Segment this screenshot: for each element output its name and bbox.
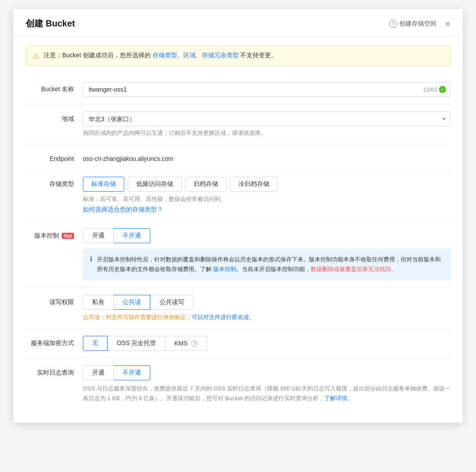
bucket-name-control: 13/63 ✓ bbox=[83, 82, 450, 97]
read-write-public-read-button[interactable]: 公共读 bbox=[114, 295, 150, 310]
versioning-btn-group: 开通 不开通 bbox=[83, 228, 450, 243]
help-icon: ? bbox=[389, 20, 397, 28]
realtime-log-close-button[interactable]: 不开通 bbox=[114, 365, 150, 380]
versioning-open-button[interactable]: 开通 bbox=[83, 228, 114, 243]
bucket-name-input[interactable] bbox=[83, 82, 450, 97]
check-icon: ✓ bbox=[439, 86, 446, 93]
endpoint-row: Endpoint oss-cn-zhangjiakou.aliyuncs.com bbox=[26, 145, 450, 169]
storage-type-archive-button[interactable]: 归档存储 bbox=[185, 177, 227, 192]
versioning-control: 开通 不开通 ℹ 开启版本控制特性后，针对数据的覆盖和删除操作将会以历史版本的形… bbox=[83, 228, 450, 280]
read-write-row: 读写权限 私有 公共读 公共读写 公共读：对文件写操作需要进行身份验证；可以对文… bbox=[26, 288, 450, 328]
realtime-log-row: 实时日志查询 开通 不开通 OSS 与日志服务深度结合，免费提供最近 7 天内的… bbox=[26, 358, 450, 410]
read-write-btn-group: 私有 公共读 公共读写 bbox=[83, 295, 450, 310]
read-write-public-readwrite-button[interactable]: 公共读写 bbox=[150, 295, 193, 310]
region-label: 地域 bbox=[26, 111, 83, 123]
storage-type-hint: 标准：高可靠、高可用、高性能，数据会经常被访问到。 bbox=[83, 195, 450, 203]
storage-type-cold-archive-button[interactable]: 冷归档存储 bbox=[230, 177, 278, 192]
versioning-warning: 数据删除或被覆盖后将无法找回。 bbox=[311, 266, 397, 272]
versioning-info-text: 开启版本控制特性后，针对数据的覆盖和删除操作将会以历史版本的形式保存下来。版本控… bbox=[97, 255, 443, 274]
modal-header-right: ? 创建存储空间 × bbox=[389, 19, 450, 28]
hot-badge: Hot bbox=[62, 233, 74, 239]
realtime-log-btn-group: 开通 不开通 bbox=[83, 365, 450, 380]
endpoint-control: oss-cn-zhangjiakou.aliyuncs.com bbox=[83, 152, 450, 162]
input-counter: 13/63 ✓ bbox=[423, 86, 446, 93]
encryption-kms-button[interactable]: KMS ? bbox=[165, 336, 207, 351]
versioning-info-box: ℹ 开启版本控制特性后，针对数据的覆盖和删除操作将会以历史版本的形式保存下来。版… bbox=[83, 249, 450, 280]
versioning-close-button[interactable]: 不开通 bbox=[114, 228, 150, 243]
realtime-log-link[interactable]: 了解详情。 bbox=[324, 395, 353, 401]
bucket-name-label: Bucket 名称 bbox=[26, 82, 83, 93]
versioning-label-container: 版本控制 Hot bbox=[26, 228, 83, 240]
permission-link[interactable]: 可以对文件进行匿名读。 bbox=[192, 314, 255, 320]
realtime-log-desc: OSS 与日志服务深度结合，免费提供最近 7 天内的 OSS 实时日志查询（限额… bbox=[83, 384, 450, 403]
bucket-name-input-wrapper: 13/63 ✓ bbox=[83, 82, 450, 97]
modal-header: 创建 Bucket ? 创建存储空间 × bbox=[13, 9, 463, 37]
permission-hint: 公共读：对文件写操作需要进行身份验证；可以对文件进行匿名读。 bbox=[83, 313, 450, 321]
versioning-label: 版本控制 bbox=[34, 232, 59, 240]
versioning-row: 版本控制 Hot 开通 不开通 ℹ 开启版本控制特性后，针对数据的覆盖和删除操作… bbox=[26, 221, 450, 287]
encryption-row: 服务端加密方式 无 OSS 完全托管 KMS ? bbox=[26, 329, 450, 358]
warning-banner: ⚠ 注意：Bucket 创建成功后，您所选择的 存储类型、区域、存储冗余类型 不… bbox=[26, 46, 450, 66]
realtime-log-open-button[interactable]: 开通 bbox=[83, 365, 114, 380]
kms-help-icon[interactable]: ? bbox=[191, 340, 198, 347]
encryption-btn-group: 无 OSS 完全托管 KMS ? bbox=[83, 336, 450, 351]
encryption-none-button[interactable]: 无 bbox=[83, 336, 108, 351]
endpoint-value: oss-cn-zhangjiakou.aliyuncs.com bbox=[83, 152, 450, 162]
bucket-name-row: Bucket 名称 13/63 ✓ bbox=[26, 75, 450, 104]
read-write-label: 读写权限 bbox=[26, 295, 83, 306]
region-select[interactable]: 华北3（张家口） bbox=[83, 111, 450, 126]
info-icon: ℹ bbox=[90, 255, 93, 274]
encryption-control: 无 OSS 完全托管 KMS ? bbox=[83, 336, 450, 351]
close-button[interactable]: × bbox=[445, 19, 450, 28]
help-link[interactable]: ? 创建存储空间 bbox=[389, 20, 436, 28]
storage-type-infrequent-button[interactable]: 低频访问存储 bbox=[128, 177, 182, 192]
region-hint: 相同区域内的产品内网可以互通；订购后不支持更换区域，请谨慎选择。 bbox=[83, 129, 450, 137]
storage-type-standard-button[interactable]: 标准存储 bbox=[83, 177, 124, 192]
region-row: 地域 华北3（张家口） ▾ 相同区域内的产品内网可以互通；订购后不支持更换区域，… bbox=[26, 104, 450, 144]
warning-icon: ⚠ bbox=[33, 52, 39, 60]
storage-type-link[interactable]: 如何选择适合您的存储类型？ bbox=[83, 206, 163, 214]
realtime-log-label: 实时日志查询 bbox=[26, 365, 83, 377]
storage-type-btn-group: 标准存储 低频访问存储 归档存储 冷归档存储 bbox=[83, 177, 450, 192]
storage-type-row: 存储类型 标准存储 低频访问存储 归档存储 冷归档存储 标准：高可靠、高可用、高… bbox=[26, 170, 450, 221]
encryption-oss-button[interactable]: OSS 完全托管 bbox=[108, 336, 165, 351]
realtime-log-control: 开通 不开通 OSS 与日志服务深度结合，免费提供最近 7 天内的 OSS 实时… bbox=[83, 365, 450, 403]
encryption-label: 服务端加密方式 bbox=[26, 336, 83, 347]
endpoint-label: Endpoint bbox=[26, 152, 83, 162]
warning-text: 注意：Bucket 创建成功后，您所选择的 存储类型、区域、存储冗余类型 不支持… bbox=[44, 52, 277, 59]
region-select-wrapper: 华北3（张家口） ▾ bbox=[83, 111, 450, 126]
storage-type-control: 标准存储 低频访问存储 归档存储 冷归档存储 标准：高可靠、高可用、高性能，数据… bbox=[83, 177, 450, 214]
read-write-control: 私有 公共读 公共读写 公共读：对文件写操作需要进行身份验证；可以对文件进行匿名… bbox=[83, 295, 450, 321]
versioning-link[interactable]: 版本控制 bbox=[213, 266, 236, 272]
region-control: 华北3（张家口） ▾ 相同区域内的产品内网可以互通；订购后不支持更换区域，请谨慎… bbox=[83, 111, 450, 137]
modal-body: ⚠ 注意：Bucket 创建成功后，您所选择的 存储类型、区域、存储冗余类型 不… bbox=[13, 46, 463, 423]
read-write-private-button[interactable]: 私有 bbox=[83, 295, 114, 310]
storage-type-label: 存储类型 bbox=[26, 177, 83, 188]
modal-title: 创建 Bucket bbox=[26, 18, 75, 30]
help-label: 创建存储空间 bbox=[399, 20, 436, 28]
create-bucket-modal: 创建 Bucket ? 创建存储空间 × ⚠ 注意：Bucket 创建成功后，您… bbox=[13, 9, 463, 423]
